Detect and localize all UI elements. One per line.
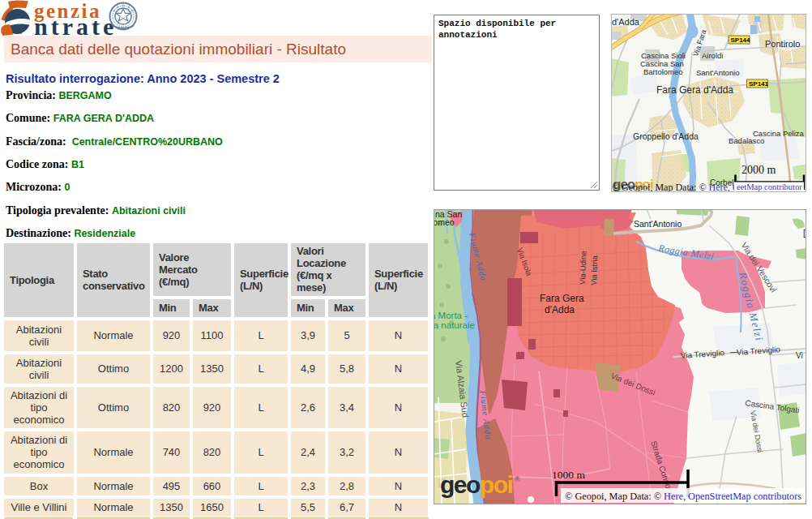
svg-text:Fara Gera d'Adda: Fara Gera d'Adda [656,84,733,96]
svg-text:[: [ [803,228,806,238]
svg-text:d'Adda: d'Adda [545,304,575,315]
svg-text:Sant'Antonio: Sant'Antonio [634,219,682,229]
svg-text:Via Istria: Via Istria [589,255,599,285]
svg-text:© Geopoi, Map Data: © Here, Op: © Geopoi, Map Data: © Here, OpenStreetMa… [565,490,801,502]
svg-text:SP144: SP144 [731,36,751,44]
svg-text:Bartolomeo: Bartolomeo [643,67,683,76]
svg-text:Airoldi: Airoldi [702,51,723,60]
svg-text:lomeo: lomeo [434,217,455,227]
svg-text:1000 m: 1000 m [552,469,585,481]
svg-text:®: ® [515,475,520,483]
svg-text:ntrate: ntrate [34,13,117,39]
svg-text:eetMap contributor: eetMap contributor [737,182,802,191]
svg-text:Via-Udine: Via-Udine [578,251,588,285]
svg-text:va naturale: va naturale [434,320,475,330]
svg-text:Sant'Antonio: Sant'Antonio [696,68,740,77]
svg-text:Cascina Peliza: Cascina Peliza [753,129,805,138]
svg-text:a Morta -: a Morta - [434,311,468,320]
svg-text:SP141: SP141 [749,80,769,88]
svg-text:Groppello d'Adda: Groppello d'Adda [633,131,699,141]
svg-text:Pontirolo: Pontirolo [765,39,800,49]
svg-text:geopoi: geopoi [440,471,512,498]
svg-text:Fara Gera: Fara Gera [540,293,584,304]
svg-text:2000 m: 2000 m [741,164,776,176]
svg-text:Vi: Vi [796,351,803,360]
svg-text:d'Adda: d'Adda [612,17,640,27]
